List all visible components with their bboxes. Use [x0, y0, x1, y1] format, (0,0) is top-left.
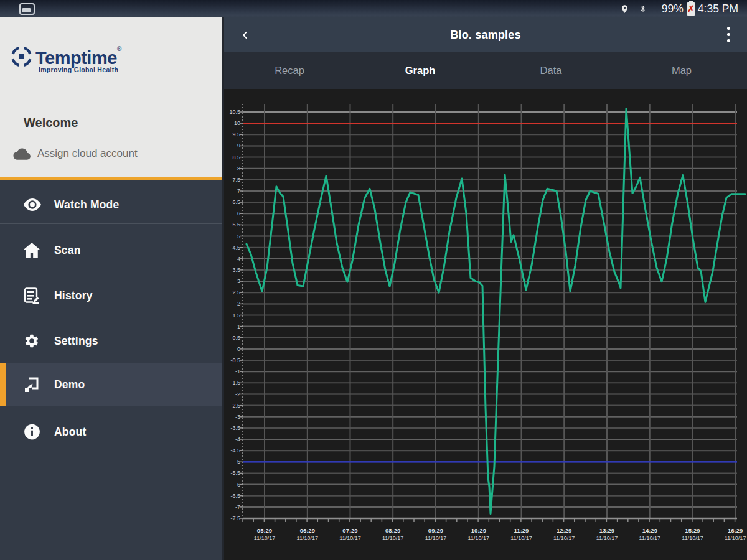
- svg-text:11/10/17: 11/10/17: [725, 535, 746, 541]
- svg-text:10:29: 10:29: [471, 527, 486, 534]
- svg-text:4.5: 4.5: [232, 245, 240, 251]
- svg-text:9.5: 9.5: [232, 131, 240, 138]
- svg-text:1: 1: [237, 324, 240, 330]
- svg-text:1.5: 1.5: [232, 312, 240, 319]
- svg-text:-2.5: -2.5: [230, 403, 240, 409]
- svg-text:11/10/17: 11/10/17: [682, 535, 703, 541]
- svg-text:11/10/17: 11/10/17: [510, 535, 532, 541]
- svg-text:5: 5: [237, 233, 240, 240]
- svg-text:-3.5: -3.5: [230, 425, 240, 431]
- svg-text:4: 4: [237, 256, 240, 262]
- svg-text:09:29: 09:29: [428, 527, 443, 534]
- svg-text:14:29: 14:29: [642, 527, 657, 534]
- svg-text:-4.5: -4.5: [230, 447, 240, 454]
- svg-text:Improving Global Health: Improving Global Health: [39, 66, 118, 73]
- svg-text:2: 2: [237, 301, 240, 307]
- svg-text:3.5: 3.5: [232, 267, 240, 273]
- svg-text:-7.5: -7.5: [230, 515, 240, 521]
- svg-text:Temptime: Temptime: [35, 48, 117, 68]
- svg-text:07:29: 07:29: [342, 527, 357, 534]
- svg-text:-5.5: -5.5: [230, 470, 240, 476]
- svg-text:2.5: 2.5: [232, 289, 240, 296]
- svg-text:11/10/17: 11/10/17: [382, 535, 403, 541]
- svg-text:-6.5: -6.5: [230, 493, 240, 499]
- svg-text:11/10/17: 11/10/17: [639, 535, 660, 541]
- svg-text:-3: -3: [235, 414, 240, 420]
- svg-text:-4: -4: [235, 436, 240, 442]
- svg-text:11/10/17: 11/10/17: [254, 535, 275, 541]
- svg-text:0.5: 0.5: [232, 335, 240, 341]
- svg-text:12:29: 12:29: [557, 527, 571, 534]
- svg-text:®: ®: [117, 45, 122, 52]
- svg-text:-1.5: -1.5: [230, 380, 240, 386]
- svg-text:7.5: 7.5: [232, 177, 240, 183]
- svg-text:7: 7: [237, 188, 240, 194]
- svg-text:9: 9: [237, 142, 240, 149]
- svg-text:-1: -1: [235, 368, 240, 375]
- svg-text:08:29: 08:29: [385, 527, 400, 534]
- svg-text:11/10/17: 11/10/17: [339, 535, 360, 541]
- svg-text:11/10/17: 11/10/17: [425, 535, 446, 541]
- svg-text:-7: -7: [235, 504, 240, 510]
- svg-text:11:29: 11:29: [514, 527, 529, 534]
- svg-text:0: 0: [237, 346, 240, 352]
- svg-text:-5: -5: [235, 459, 240, 465]
- svg-text:15:29: 15:29: [685, 527, 700, 534]
- svg-text:11/10/17: 11/10/17: [596, 535, 618, 541]
- svg-text:11/10/17: 11/10/17: [297, 535, 318, 541]
- svg-text:10.5: 10.5: [229, 109, 240, 115]
- svg-text:5.5: 5.5: [232, 222, 240, 228]
- svg-text:13:29: 13:29: [599, 527, 614, 534]
- svg-text:10: 10: [234, 120, 240, 126]
- svg-text:8.5: 8.5: [232, 154, 240, 161]
- svg-text:6: 6: [237, 210, 240, 217]
- svg-text:-6: -6: [235, 482, 240, 488]
- svg-text:06:29: 06:29: [300, 527, 315, 534]
- svg-text:6.5: 6.5: [232, 199, 240, 205]
- svg-text:05:29: 05:29: [257, 527, 272, 534]
- svg-text:-0.5: -0.5: [230, 357, 240, 363]
- svg-text:16:29: 16:29: [728, 527, 743, 534]
- svg-text:11/10/17: 11/10/17: [468, 535, 489, 541]
- svg-text:-2: -2: [235, 391, 240, 398]
- svg-text:8: 8: [237, 166, 240, 172]
- svg-text:3: 3: [237, 278, 240, 284]
- svg-text:11/10/17: 11/10/17: [553, 535, 575, 541]
